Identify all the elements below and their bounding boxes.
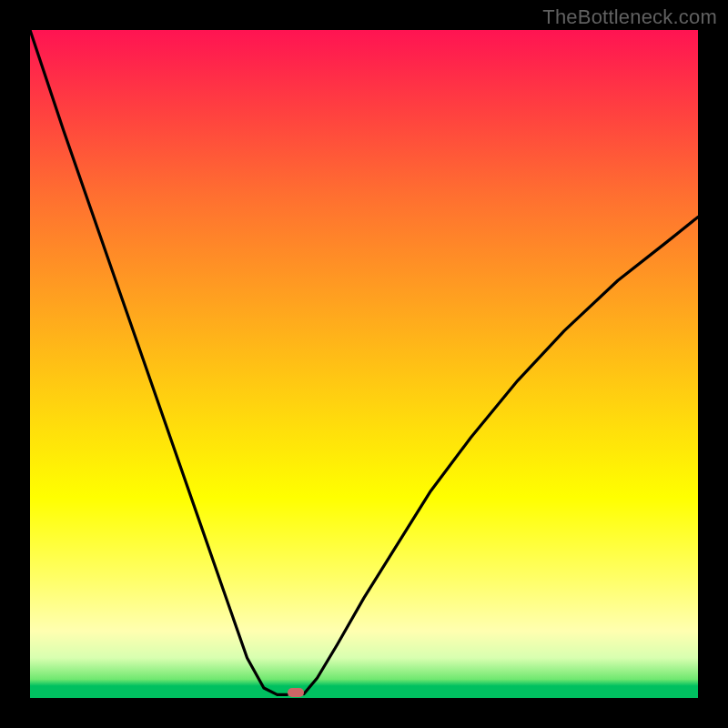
- bottleneck-curve: [30, 30, 698, 698]
- curve-right-branch: [304, 217, 698, 694]
- curve-left-branch: [30, 30, 288, 694]
- optimum-marker: [288, 688, 304, 697]
- plot-area: [30, 30, 698, 698]
- chart-frame: TheBottleneck.com: [0, 0, 728, 728]
- watermark-text: TheBottleneck.com: [542, 5, 717, 29]
